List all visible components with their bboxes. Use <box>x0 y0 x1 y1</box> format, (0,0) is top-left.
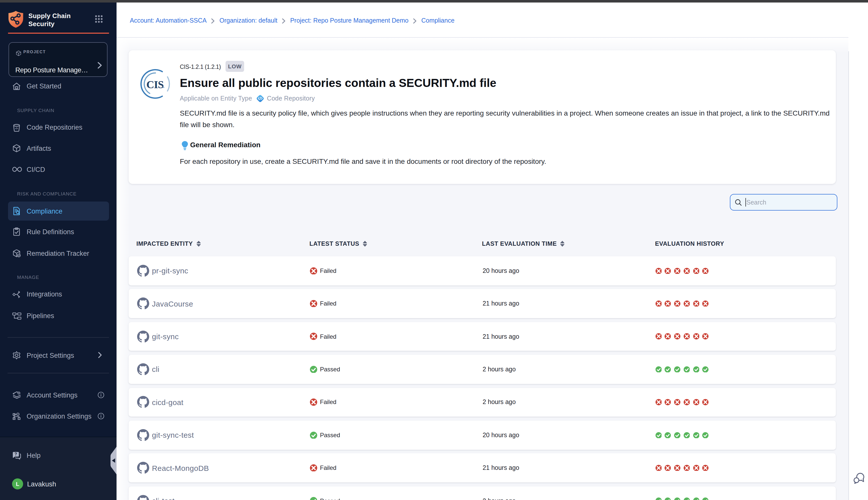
svg-text:CIS: CIS <box>146 78 163 90</box>
svg-text:‹/›: ‹/› <box>15 126 18 130</box>
svg-text:?: ? <box>14 452 17 456</box>
